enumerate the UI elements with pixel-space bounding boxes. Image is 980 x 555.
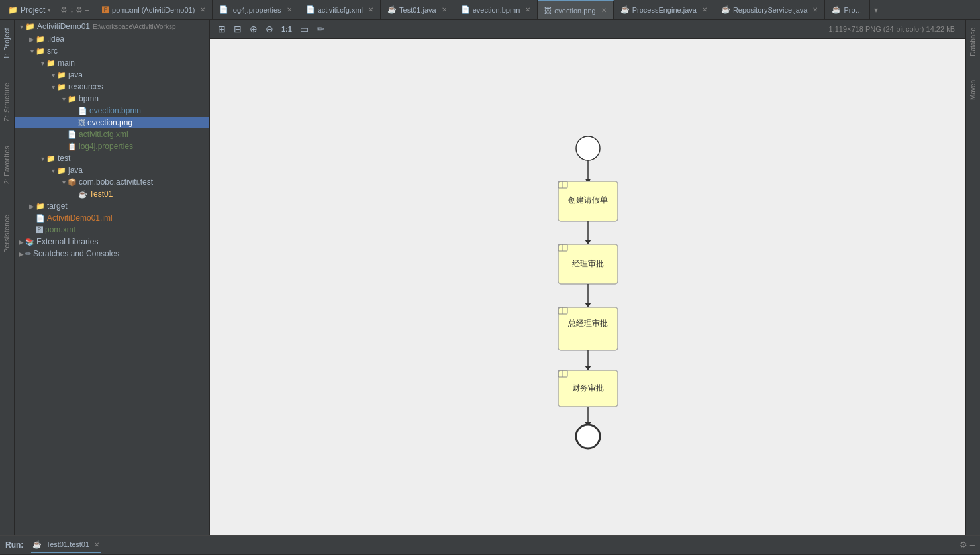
bpmn-caret-icon: ▾: [60, 95, 68, 103]
tree-pkg-label: com.bobo.activiti.test: [79, 177, 153, 187]
tab-evection-bpmn[interactable]: 📄 evection.bpmn ✕: [454, 0, 538, 20]
tab-pro-ellipsis[interactable]: ☕ Pro…: [825, 0, 869, 20]
edit-icon[interactable]: ✏: [314, 23, 327, 36]
bpmn-folder-icon: 📁: [68, 95, 77, 103]
test-folder-icon: 📁: [46, 154, 56, 163]
project-tab[interactable]: 📁 Project ▾: [3, 0, 56, 20]
cfg-file-icon: 📄: [68, 130, 77, 139]
tree-item-src[interactable]: ▾ 📁 src: [15, 45, 209, 57]
tree-java-label: java: [68, 70, 83, 79]
zoom-in-icon[interactable]: ⊕: [247, 23, 260, 36]
target-caret-icon: ▶: [28, 203, 36, 210]
tab-repository-service[interactable]: ☕ RepositoryService.java ✕: [714, 0, 826, 20]
tree-item-scratches[interactable]: ▶ ✏ Scratches and Consoles: [15, 248, 209, 260]
task1-label: 创建请假单: [568, 195, 608, 205]
bpmn-icon: 📄: [461, 5, 470, 14]
rs-icon: ☕: [721, 5, 730, 14]
log4j-file-icon: 📋: [68, 142, 77, 151]
pom-close-icon[interactable]: ✕: [200, 6, 205, 13]
tree-item-evection-bpmn[interactable]: ▶ 📄 evection.bpmn: [15, 105, 209, 117]
tree-evbpmn-label: evection.bpmn: [89, 106, 141, 115]
rs-close-icon[interactable]: ✕: [812, 6, 818, 13]
tree-root-path: E:\workspace\ActivitiWorksp: [93, 23, 175, 30]
run-tab-test01[interactable]: ☕ Test01.test01 ✕: [31, 537, 101, 553]
sidebar-item-project[interactable]: 1: Project: [2, 23, 12, 64]
test-java-caret-icon: ▾: [49, 167, 57, 174]
bpmn-close-icon[interactable]: ✕: [525, 6, 530, 13]
tree-item-log4j[interactable]: ▶ 📋 log4j.properties: [15, 140, 209, 152]
tree-item-package[interactable]: ▾ 📦 com.bobo.activiti.test: [15, 176, 209, 188]
log4j-icon: 📄: [219, 5, 228, 14]
log4j-close-icon[interactable]: ✕: [287, 6, 292, 13]
image-info-text: 1,119×718 PNG (24-bit color) 14.22 kB: [829, 25, 955, 33]
tree-item-activiti-cfg[interactable]: ▶ 📄 activiti.cfg.xml: [15, 128, 209, 140]
tab-pom-xml[interactable]: 🅿 pom.xml (ActivitiDemo01) ✕: [95, 0, 213, 20]
pom-icon: 🅿: [102, 6, 109, 14]
tree-item-external-libs[interactable]: ▶ 📚 External Libraries: [15, 236, 209, 248]
java-folder-icon: 📁: [57, 71, 66, 79]
png-close-icon[interactable]: ✕: [601, 7, 607, 14]
tree-evpng-label: evection.png: [87, 118, 132, 127]
more-tabs-button[interactable]: ▾: [870, 5, 882, 15]
tree-item-evection-png[interactable]: ▶ 🖼 evection.png: [15, 117, 209, 128]
bpmn-start-event: [576, 136, 600, 160]
tree-item-bpmn[interactable]: ▾ 📁 bpmn: [15, 93, 209, 105]
test-caret-icon: ▾: [38, 155, 46, 162]
sync-icon[interactable]: ⚙: [60, 5, 68, 15]
fit-icon[interactable]: ▭: [297, 23, 311, 36]
tree-item-target[interactable]: ▶ 📁 target: [15, 200, 209, 212]
tree-iml-label: ActivitiDemo01.iml: [47, 213, 113, 223]
test01-close-icon[interactable]: ✕: [442, 6, 447, 13]
root-folder-icon: 📁: [25, 22, 35, 31]
tab-evection-png[interactable]: 🖼 evection.png ✕: [538, 0, 613, 20]
tree-cfg-label: activiti.cfg.xml: [79, 130, 128, 139]
scratches-caret-icon: ▶: [17, 250, 25, 258]
test-java-folder-icon: 📁: [57, 166, 66, 175]
run-tab-close[interactable]: ✕: [94, 541, 99, 548]
tab-test01-java[interactable]: ☕ Test01.java ✕: [381, 0, 454, 20]
test01-java-icon: ☕: [78, 190, 87, 199]
minimize-icon[interactable]: –: [85, 5, 89, 15]
project-caret-icon: ▾: [48, 7, 51, 13]
sort-icon[interactable]: ↕: [70, 5, 74, 15]
bpmn-end-event: [576, 425, 600, 448]
tree-item-test[interactable]: ▾ 📁 test: [15, 152, 209, 164]
tree-item-resources[interactable]: ▾ 📁 resources: [15, 81, 209, 93]
config-icon[interactable]: ⚙: [75, 5, 83, 15]
file-tabs: 🅿 pom.xml (ActivitiDemo01) ✕ 📄 log4j.pro…: [95, 0, 980, 20]
tree-item-main[interactable]: ▾ 📁 main: [15, 57, 209, 69]
zoom-out-icon[interactable]: ⊖: [263, 23, 276, 36]
bpmn-diagram: 创建请假单 经理审批: [456, 122, 720, 453]
table-icon[interactable]: ⊟: [231, 23, 244, 36]
panel-minimize-icon[interactable]: –: [970, 540, 975, 550]
tree-item-pom[interactable]: ▶ 🅿 pom.xml: [15, 224, 209, 236]
grid-icon[interactable]: ⊞: [215, 23, 228, 36]
tab-log4j[interactable]: 📄 log4j.properties ✕: [213, 0, 299, 20]
tree-item-iml[interactable]: ▶ 📄 ActivitiDemo01.iml: [15, 212, 209, 224]
iml-file-icon: 📄: [36, 214, 45, 223]
sidebar-item-favorites[interactable]: 2: Favorites: [2, 140, 12, 189]
sidebar-item-structure[interactable]: Z: Structure: [2, 77, 12, 126]
tree-resources-label: resources: [68, 82, 103, 91]
sidebar-item-maven[interactable]: Maven: [968, 75, 978, 105]
sidebar-item-persistence[interactable]: Persistence: [2, 209, 12, 258]
actual-size-icon[interactable]: 1:1: [279, 24, 295, 34]
right-vertical-sidebar: Database Maven: [965, 20, 980, 535]
cfg-close-icon[interactable]: ✕: [368, 6, 373, 13]
main-folder-icon: 📁: [46, 59, 56, 68]
pe-close-icon[interactable]: ✕: [702, 6, 707, 13]
bottom-panel-tabs: Run: ☕ Test01.test01 ✕: [5, 537, 101, 553]
tree-item-java[interactable]: ▾ 📁 java: [15, 69, 209, 81]
bottom-panel-header: Run: ☕ Test01.test01 ✕ ⚙ –: [0, 536, 980, 554]
tree-item-idea[interactable]: ▶ 📁 .idea: [15, 33, 209, 45]
tree-item-root[interactable]: ▾ 📁 ActivitiDemo01 E:\workspace\Activiti…: [15, 20, 209, 33]
tree-item-test01[interactable]: ▶ ☕ Test01: [15, 188, 209, 200]
test01-icon: ☕: [387, 5, 397, 14]
panel-settings-icon[interactable]: ⚙: [959, 540, 967, 550]
tab-activiti-cfg[interactable]: 📄 activiti.cfg.xml ✕: [299, 0, 381, 20]
tree-test-label: test: [58, 154, 70, 163]
png-label: evection.png: [554, 7, 595, 15]
tab-process-engine[interactable]: ☕ ProcessEngine.java ✕: [614, 0, 714, 20]
tree-item-test-java[interactable]: ▾ 📁 java: [15, 164, 209, 176]
sidebar-item-database[interactable]: Database: [968, 23, 978, 62]
